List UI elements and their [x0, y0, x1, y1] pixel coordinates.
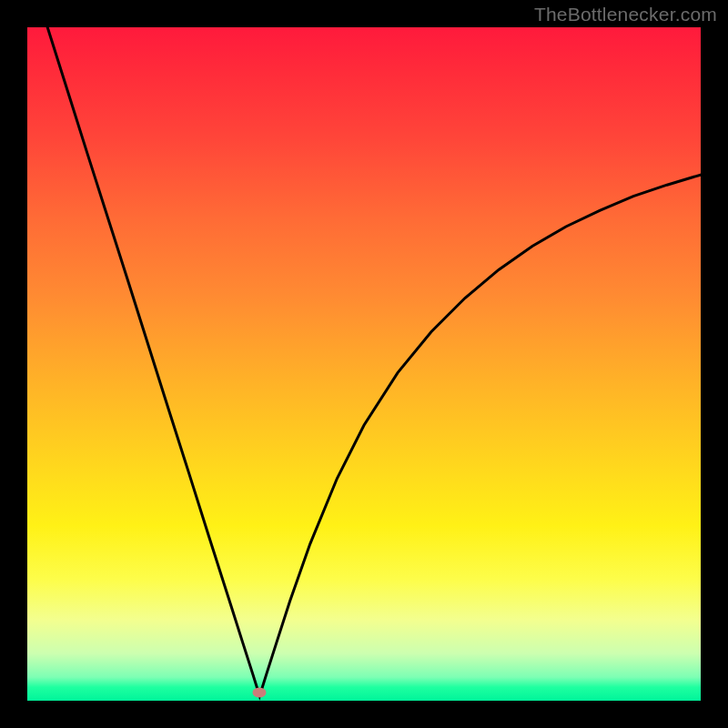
plot-area [27, 27, 701, 701]
chart-svg [27, 27, 701, 701]
watermark-label: TheBottlenecker.com [534, 4, 717, 25]
optimal-point-marker [253, 688, 267, 698]
bottleneck-curve-path [47, 27, 701, 696]
